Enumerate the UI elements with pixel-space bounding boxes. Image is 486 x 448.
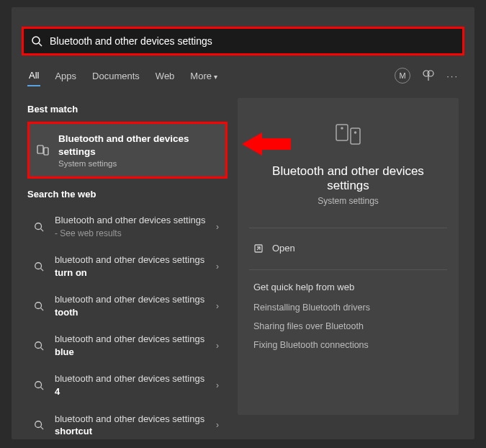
open-icon xyxy=(253,243,264,254)
results-column: Best match Bluetooth and other devices s… xyxy=(12,94,228,439)
svg-line-9 xyxy=(41,268,44,271)
svg-point-6 xyxy=(35,223,42,229)
best-match-header: Best match xyxy=(27,104,228,115)
svg-point-12 xyxy=(35,342,42,349)
svg-point-0 xyxy=(32,37,40,44)
web-result-text: bluetooth and other devices settings blu… xyxy=(55,333,207,358)
help-link[interactable]: Reinstalling Bluetooth drivers xyxy=(253,303,443,313)
svg-point-21 xyxy=(354,132,356,133)
search-icon xyxy=(32,380,46,390)
windows-search-flyout: All Apps Documents Web More▾ M ··· Best … xyxy=(12,7,474,439)
svg-line-13 xyxy=(41,348,44,351)
web-result[interactable]: bluetooth and other devices settings tur… xyxy=(27,246,228,286)
svg-rect-5 xyxy=(44,148,48,155)
search-icon xyxy=(32,261,46,272)
best-match-title: Bluetooth and other devices settings xyxy=(58,133,217,158)
search-bar[interactable] xyxy=(22,27,464,55)
svg-line-11 xyxy=(41,308,44,310)
open-action[interactable]: Open xyxy=(253,240,443,256)
svg-rect-4 xyxy=(37,145,43,153)
svg-line-1 xyxy=(39,43,42,46)
chevron-right-icon: › xyxy=(216,222,222,232)
web-result-text: Bluetooth and other devices settings - S… xyxy=(55,214,207,239)
search-web-header: Search the web xyxy=(27,189,228,200)
svg-point-10 xyxy=(35,303,42,309)
web-result-text: bluetooth and other devices settings tur… xyxy=(55,254,207,279)
open-label: Open xyxy=(272,243,295,254)
chevron-right-icon: › xyxy=(216,420,222,430)
divider xyxy=(249,228,447,228)
svg-point-8 xyxy=(35,262,42,269)
svg-point-20 xyxy=(341,127,343,129)
help-link[interactable]: Fixing Bluetooth connections xyxy=(253,340,443,350)
chevron-down-icon: ▾ xyxy=(214,73,217,81)
svg-point-14 xyxy=(35,382,42,388)
web-result[interactable]: bluetooth and other devices settings 4› xyxy=(27,365,228,405)
tab-more[interactable]: More▾ xyxy=(189,66,219,86)
user-avatar[interactable]: M xyxy=(395,68,410,84)
best-match-result[interactable]: Bluetooth and other devices settings Sys… xyxy=(27,122,228,179)
search-icon xyxy=(32,341,46,351)
web-result[interactable]: bluetooth and other devices settings sho… xyxy=(27,406,228,445)
search-icon xyxy=(32,301,46,311)
preview-devices-icon xyxy=(333,120,364,150)
svg-line-15 xyxy=(41,387,44,390)
best-match-subtitle: System settings xyxy=(58,159,217,168)
chevron-right-icon: › xyxy=(216,301,222,311)
svg-point-16 xyxy=(35,421,42,428)
web-result-text: bluetooth and other devices settings sho… xyxy=(55,413,207,438)
quick-help-header: Get quick help from web xyxy=(253,282,443,292)
tab-web[interactable]: Web xyxy=(154,66,176,86)
tab-documents[interactable]: Documents xyxy=(91,66,141,86)
help-link[interactable]: Sharing files over Bluetooth xyxy=(253,321,443,331)
settings-devices-icon xyxy=(35,143,51,158)
preview-title: Bluetooth and other devices settings xyxy=(253,164,443,193)
search-input[interactable] xyxy=(42,35,455,47)
web-result-text: bluetooth and other devices settings 4 xyxy=(55,372,207,398)
more-options-icon[interactable]: ··· xyxy=(446,71,459,81)
search-icon xyxy=(32,420,46,430)
preview-subtitle: System settings xyxy=(253,196,443,206)
web-result[interactable]: bluetooth and other devices settings too… xyxy=(27,286,228,326)
chevron-right-icon: › xyxy=(216,380,222,390)
web-result[interactable]: bluetooth and other devices settings blu… xyxy=(27,326,228,365)
svg-rect-19 xyxy=(351,128,360,144)
search-icon xyxy=(31,35,42,47)
chevron-right-icon: › xyxy=(216,261,222,272)
chevron-right-icon: › xyxy=(216,341,222,351)
search-icon xyxy=(32,222,46,232)
filter-tabs: All Apps Documents Web More▾ M ··· xyxy=(27,63,459,88)
svg-line-7 xyxy=(41,228,44,231)
reward-icon[interactable] xyxy=(422,69,435,82)
result-preview-panel: Bluetooth and other devices settings Sys… xyxy=(238,98,459,415)
tab-apps[interactable]: Apps xyxy=(53,66,78,86)
web-result-text: bluetooth and other devices settings too… xyxy=(55,293,207,318)
web-result[interactable]: Bluetooth and other devices settings - S… xyxy=(27,207,228,246)
divider xyxy=(249,269,447,270)
tab-all[interactable]: All xyxy=(27,66,40,86)
svg-line-17 xyxy=(41,427,44,430)
